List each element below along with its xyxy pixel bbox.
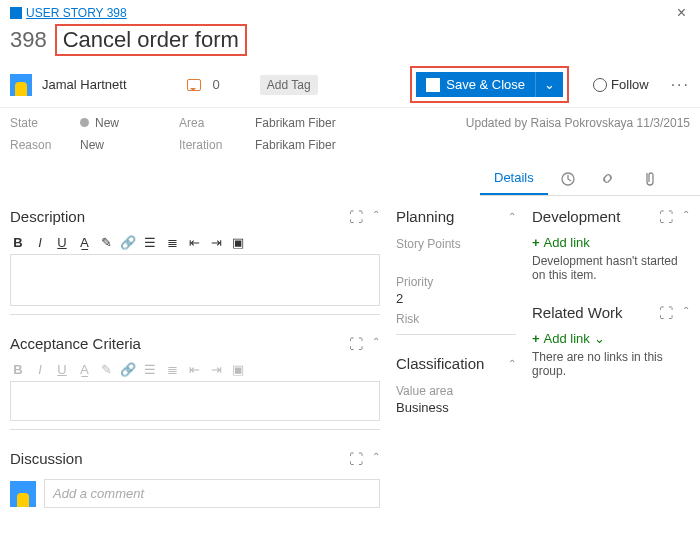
title-input[interactable]: Cancel order form [63,27,239,52]
save-icon [426,78,440,92]
expand-icon[interactable]: ⛶ [349,336,364,352]
tab-details[interactable]: Details [480,162,548,195]
attachment-icon [641,171,654,186]
state-dot-icon [80,118,89,127]
related-add-link-button[interactable]: +Add link ⌄ [532,331,690,346]
expand-icon[interactable]: ⛶ [659,209,674,225]
expand-icon[interactable]: ⛶ [659,305,674,321]
reason-value[interactable]: New [80,138,104,152]
follow-label: Follow [611,77,649,92]
value-area-value[interactable]: Business [396,400,516,415]
breadcrumb-label: USER STORY 398 [26,6,127,20]
chevron-down-icon: ⌄ [594,331,605,346]
comment-input[interactable]: Add a comment [44,479,380,508]
plus-icon: + [532,235,540,250]
chevron-down-icon: ⌄ [544,77,555,92]
collapse-icon[interactable]: ⌃ [682,305,690,321]
tab-history[interactable] [548,162,588,195]
area-value[interactable]: Fabrikam Fiber [255,116,336,130]
work-item-id: 398 [10,27,47,53]
comment-icon[interactable] [187,79,201,91]
dev-empty-text: Development hasn't started on this item. [532,254,690,282]
collapse-icon[interactable]: ⌃ [682,209,690,225]
title-highlight: Cancel order form [55,24,247,56]
collapse-icon[interactable]: ⌃ [372,209,380,225]
link-icon [600,171,615,186]
book-icon [10,7,22,19]
avatar-icon [10,74,32,96]
acceptance-heading: Acceptance Criteria [10,335,141,352]
related-empty-text: There are no links in this group. [532,350,690,378]
breadcrumb-link[interactable]: USER STORY 398 [10,6,127,20]
story-points-label: Story Points [396,237,516,251]
collapse-icon[interactable]: ⌃ [372,451,380,467]
save-close-button[interactable]: Save & Close [416,72,535,97]
dev-add-link-button[interactable]: +Add link [532,235,690,250]
planning-heading: Planning [396,208,454,225]
classification-heading: Classification [396,355,484,372]
follow-button[interactable]: Follow [593,77,649,92]
clear-button[interactable]: ✎ [98,235,114,250]
numlist-button[interactable]: ≣ [164,235,180,250]
save-label: Save & Close [446,77,525,92]
priority-label: Priority [396,275,516,289]
more-actions-button[interactable]: ··· [671,76,690,94]
value-area-label: Value area [396,384,516,398]
description-editor[interactable] [10,254,380,306]
comment-count: 0 [213,77,220,92]
italic-button[interactable]: I [32,235,48,250]
related-heading: Related Work [532,304,623,321]
eye-icon [593,78,607,92]
updated-text: Updated by Raisa Pokrovskaya 11/3/2015 [466,116,690,152]
priority-value[interactable]: 2 [396,291,516,306]
development-heading: Development [532,208,620,225]
discussion-heading: Discussion [10,450,83,467]
save-dropdown-button[interactable]: ⌄ [535,72,563,97]
close-icon[interactable]: × [673,4,690,22]
iteration-value[interactable]: Fabrikam Fiber [255,138,336,152]
risk-label: Risk [396,312,516,326]
bold-button[interactable]: B [10,235,26,250]
collapse-icon[interactable]: ⌃ [372,336,380,352]
expand-icon[interactable]: ⛶ [349,209,364,225]
acceptance-editor[interactable] [10,381,380,421]
tab-links[interactable] [588,162,628,195]
assignee-name[interactable]: Jamal Hartnett [42,77,127,92]
bullet-button[interactable]: ☰ [142,235,158,250]
indent-button[interactable]: ⇥ [208,235,224,250]
font-button[interactable]: A̲ [76,235,92,250]
area-label: Area [179,116,235,130]
history-icon [560,171,575,186]
outdent-button[interactable]: ⇤ [186,235,202,250]
description-toolbar: B I U A̲ ✎ 🔗 ☰ ≣ ⇤ ⇥ ▣ [10,231,380,254]
collapse-icon[interactable]: ⌃ [508,211,516,222]
plus-icon: + [532,331,540,346]
reason-label: Reason [10,138,60,152]
tab-attachments[interactable] [628,162,668,195]
description-heading: Description [10,208,85,225]
acceptance-toolbar: BIUA̲✎🔗☰≣⇤⇥▣ [10,358,380,381]
expand-icon[interactable]: ⛶ [349,451,364,467]
add-tag-button[interactable]: Add Tag [260,75,318,95]
link-button[interactable]: 🔗 [120,235,136,250]
collapse-icon[interactable]: ⌃ [508,358,516,369]
avatar-icon [10,481,36,507]
underline-button[interactable]: U [54,235,70,250]
save-highlight: Save & Close ⌄ [410,66,569,103]
image-button[interactable]: ▣ [230,235,246,250]
iteration-label: Iteration [179,138,235,152]
state-value[interactable]: New [80,116,119,130]
state-label: State [10,116,60,130]
